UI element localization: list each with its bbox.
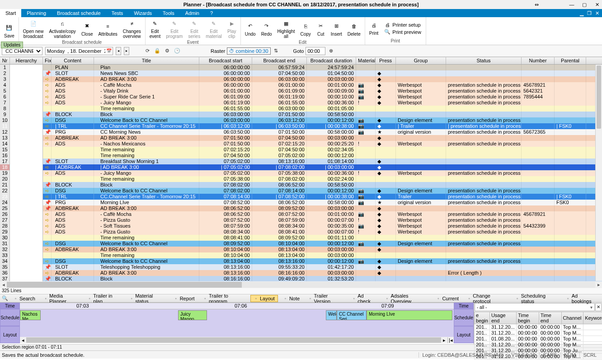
column-header-nr[interactable]: Nr (0, 57, 10, 64)
ppreview-button[interactable]: 🔍Print preview (384, 28, 421, 35)
column-header-number[interactable]: Number (522, 57, 555, 64)
opennew-button[interactable]: 📄Open new broadcast (21, 18, 46, 40)
menu-tab-start[interactable]: Start (0, 9, 21, 17)
attrs-button[interactable]: ≡Attributes (96, 21, 119, 37)
date-prev-button[interactable]: ◂ (116, 47, 121, 55)
print-button[interactable]: 🖨Print (367, 20, 381, 37)
minimize-button[interactable]: — (569, 2, 575, 8)
column-header-press[interactable]: Press (376, 57, 396, 64)
bottom-tab-layout[interactable]: ▫Layout (250, 295, 278, 302)
psetup-button[interactable]: 🖨Printer setup (384, 21, 421, 28)
filter-row[interactable]: 201..31.12.20...00:00:0000:00:00Top M... (475, 324, 602, 330)
goto-input[interactable] (306, 47, 325, 55)
column-header-broadcastend[interactable]: Broadcast end (252, 57, 307, 64)
raster-value[interactable]: ⏱ combine00:30 (227, 47, 270, 55)
menu-tab-tests[interactable]: Tests (106, 9, 129, 17)
changes-button[interactable]: ≠Changes overview (121, 18, 143, 40)
filter-column-header[interactable]: Usage end (489, 312, 516, 324)
date-field[interactable]: 📅 (45, 47, 113, 55)
table-row[interactable]: 8Time remaining06:01:55:0006:03:00:0000:… (0, 106, 602, 112)
vertical-scrollbar[interactable] (595, 65, 602, 281)
filter-row[interactable]: 201..31.12.20...00:00:0000:00:00Top M... (475, 330, 602, 336)
table-row[interactable]: 27➪ADS- Pizza Gusto08:07:52:0008:07:59:0… (0, 217, 602, 223)
table-row[interactable]: 26➪ADS- Caffè Mocha08:06:52:0008:07:52:0… (0, 211, 602, 217)
table-row[interactable]: 4➪ADS- Caffè Mocha06:00:00:0006:01:00:00… (0, 82, 602, 88)
undo-button[interactable]: ↶Undo (243, 21, 258, 37)
highlight-button[interactable]: ▦Highlight all (275, 18, 297, 40)
bottom-tab-report[interactable]: ▫Report (170, 295, 198, 302)
date-next-button[interactable]: ▸ (124, 47, 129, 55)
save-button[interactable]: 💾Save (2, 23, 17, 39)
timeline-rows[interactable]: Nachos MeJuicy MangoWelcCC Channel SeriM… (20, 309, 454, 337)
menu-tab-broadcastschedule[interactable]: Broadcast schedule (52, 9, 106, 17)
insert-button[interactable]: ⊞Insert (329, 21, 344, 37)
column-header-hierarchy[interactable]: Hierarchy (10, 57, 43, 64)
maximize-button[interactable]: ▢ (581, 2, 588, 8)
editevent-button[interactable]: ✎Edit event (147, 18, 163, 40)
table-row[interactable]: 3➪ADBREAKAD BREAK 3:0006:00:00:0006:03:0… (0, 76, 602, 82)
menu-tab-[interactable]: ? (205, 9, 218, 17)
bottom-tab-note[interactable]: ▫Note (280, 295, 303, 302)
table-row[interactable]: 37📌BLOCKBlock08:16:16:0009:49:09:2001:32… (0, 276, 602, 281)
timeline-main[interactable]: 07:0307:0607:09 Nachos MeJuicy MangoWelc… (20, 303, 454, 343)
filter-row[interactable]: 201..31.12.20...00:00:0000:00:00Top M... (475, 342, 602, 348)
column-header-content[interactable]: Content (52, 57, 94, 64)
table-row[interactable]: 15Time remaining07:02:15:2007:04:50:0000… (0, 147, 602, 153)
table-row[interactable]: 23➪| TRLCC.Channel Serie Trailer - Tomor… (0, 194, 602, 200)
horizontal-scrollbar[interactable]: ◂▸ (0, 281, 602, 288)
table-row[interactable]: 24📌PRGMorning LIve07:08:52:0008:06:52:00… (0, 200, 602, 205)
table-row[interactable]: 12📌PRGCC Morning News06:03:50:0007:01:50… (0, 129, 602, 135)
table-row[interactable]: 31➪DSGWelcome Back to CC Channel08:09:52… (0, 241, 602, 247)
table-row[interactable]: 30Time remaining08:08:41:0008:09:52:0000… (0, 235, 602, 241)
table-row[interactable]: 16Time remaining07:04:50:0007:05:02:0000… (0, 153, 602, 159)
table-row[interactable]: 32➪ADBREAKAD BREAK 3:0008:10:04:0008:13:… (0, 247, 602, 252)
column-header-group[interactable]: Group (396, 57, 446, 64)
column-header-broadcastduration[interactable]: Broadcast duration (307, 57, 356, 64)
column-header-fix[interactable]: Fix (43, 57, 52, 64)
timeline-block[interactable]: CC Channel Seri (337, 310, 367, 320)
table-row[interactable]: 19➪ADS- Juicy Mango07:05:02:0007:05:38:0… (0, 170, 602, 176)
search-icon[interactable]: 🔍 (2, 295, 8, 301)
table-row[interactable]: 11➪| TRLCC Channel Serie Trailer - Tomor… (0, 123, 602, 129)
filter-column-header[interactable]: Keyword (583, 312, 602, 324)
filter-row[interactable]: 201..01.08.20...00:00:0000:00:00Top M... (475, 336, 602, 342)
table-row[interactable]: 28➪ADS- Soft Tissues08:07:59:0008:08:34:… (0, 223, 602, 229)
table-row[interactable]: 21📌BLOCKBlock07:08:02:0008:06:52:0000:58… (0, 182, 602, 188)
menu-tab-admin[interactable]: Admin (180, 9, 205, 17)
column-header-title[interactable]: Title (94, 57, 199, 64)
timeline-block[interactable]: Juicy Mango (178, 310, 207, 320)
timeline-scrollbar[interactable]: ◂▸ |◂ (20, 337, 454, 343)
table-row[interactable]: 7➪ADS- Juicy Mango06:01:19:0006:01:55:00… (0, 100, 602, 106)
table-row[interactable]: 20Time remaining07:05:38:0007:08:02:0000… (0, 176, 602, 182)
column-header-parental[interactable]: Parental (555, 57, 586, 64)
column-header-status[interactable]: Status (446, 57, 522, 64)
mdi-close-button[interactable]: ✕ (595, 10, 599, 16)
table-row[interactable]: 34➪DSGWelcome Back to CC Channel08:13:04… (0, 258, 602, 264)
table-row[interactable]: 35📌SLOTTeleshopping Teleshopping08:13:16… (0, 264, 602, 270)
table-row[interactable]: 29➪ADS- Pizza Gusto08:08:34:0008:08:41:0… (0, 229, 602, 235)
table-row[interactable]: 1PLANPlan06:00:00:0006:57:59:2424:57:59:… (0, 65, 602, 70)
table-row[interactable]: 14➪ADS- Nachos Mexicanos07:01:50:0007:02… (0, 141, 602, 147)
table-row[interactable]: 17📌SLOTBreakfast Show Morning 107:05:02:… (0, 159, 602, 164)
timeline-block[interactable]: Welc (326, 310, 337, 320)
table-row[interactable]: 13➪ADBREAKAD BREAK 3:0007:01:50:0007:04:… (0, 135, 602, 141)
table-row[interactable]: 2📌SLOTNews News SBC06:00:00:0007:04:50:0… (0, 70, 602, 76)
refresh-icon[interactable]: ⟳ (144, 47, 151, 55)
table-row[interactable]: 18➪| ADBREAK| AD BREAK 3:00| 07:05:02:00… (0, 164, 602, 170)
calendar-icon[interactable]: 📅 (106, 48, 112, 53)
table-row[interactable]: 10➪DSGWelcome Back to CC Channel06:03:00… (0, 117, 602, 123)
close-button[interactable]: ✖Close (79, 21, 95, 37)
mdi-minimize-button[interactable]: ▁ (580, 10, 583, 16)
filter-column-header[interactable]: Time end (539, 312, 561, 324)
gear-icon[interactable]: ⚙ (164, 47, 171, 55)
filter-clear-button[interactable]: ✕ (595, 303, 602, 311)
delete-button[interactable]: 🗑Delete (345, 21, 363, 37)
date-input[interactable] (45, 47, 113, 55)
menu-tab-planning[interactable]: Planning (21, 9, 52, 17)
updates-badge[interactable]: Updates (1, 42, 23, 48)
filter-column-header[interactable]: Time begin (516, 312, 539, 324)
timeline-block[interactable]: Nachos Me (20, 310, 41, 320)
table-row[interactable]: 5➪ADS- Vitaly Drink06:01:00:0006:01:09:0… (0, 88, 602, 94)
lock-icon[interactable]: 🔒 (154, 47, 161, 55)
menu-tab-wizards[interactable]: Wizards (128, 9, 157, 17)
